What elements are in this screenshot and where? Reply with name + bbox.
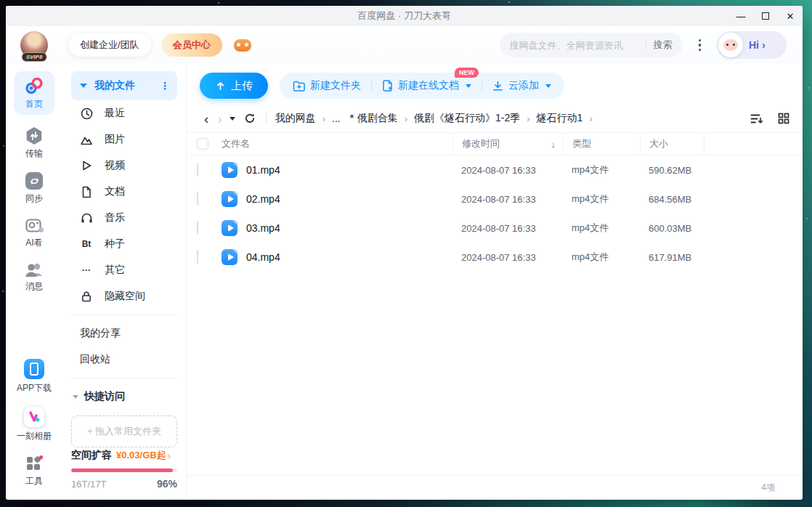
- more-menu-icon[interactable]: [696, 36, 705, 54]
- sidebar-item-my-shares[interactable]: 我的分享: [71, 320, 177, 346]
- user-avatar[interactable]: SVIP8: [20, 31, 48, 59]
- folder-plus-icon: [293, 81, 305, 92]
- storage-expand-link[interactable]: 空间扩容 ¥0.03/GB起 ›: [71, 449, 177, 462]
- maximize-button[interactable]: [753, 6, 778, 26]
- table-row[interactable]: 01.mp4 2024-08-07 16:33 mp4文件 590.62MB: [187, 155, 803, 184]
- search-box: 搜索: [500, 33, 683, 57]
- storage-percent-label: 96%: [157, 478, 177, 490]
- grid-view-button[interactable]: [778, 113, 789, 124]
- select-all-checkbox[interactable]: [197, 138, 208, 150]
- chevron-down-icon: [73, 395, 78, 399]
- breadcrumb-item[interactable]: 我的网盘: [275, 112, 316, 125]
- left-rail: 首页 传输 同步: [6, 64, 62, 500]
- create-team-button[interactable]: 创建企业/团队: [68, 33, 151, 57]
- breadcrumb-item[interactable]: ＊俄剧合集: [347, 112, 398, 125]
- refresh-button[interactable]: [244, 113, 256, 124]
- sidebar-item-other[interactable]: ··· 其它: [71, 257, 177, 283]
- quick-access-toggle[interactable]: 快捷访问: [71, 384, 177, 410]
- rail-item-sync[interactable]: 同步: [25, 172, 43, 205]
- drop-folder-zone[interactable]: + 拖入常用文件夹: [71, 415, 177, 447]
- sidebar-item-documents[interactable]: 文档: [71, 179, 177, 205]
- assistant-hi-button[interactable]: Hi ›: [717, 31, 787, 59]
- messages-icon: [25, 261, 44, 277]
- table-row[interactable]: 04.mp4 2024-08-07 16:33 mp4文件 617.91MB: [187, 243, 803, 272]
- rail-label: 传输: [25, 147, 43, 160]
- row-checkbox[interactable]: [197, 192, 198, 206]
- cloud-add-button[interactable]: 云添加: [492, 79, 551, 92]
- minimize-button[interactable]: —: [728, 6, 753, 26]
- storage-section: 空间扩容 ¥0.03/GB起 › 16T/17T 96%: [71, 449, 177, 490]
- upload-button[interactable]: 上传: [200, 73, 268, 99]
- rail-label: 同步: [25, 192, 43, 205]
- new-online-doc-button[interactable]: NEW 新建在线文档: [382, 79, 471, 92]
- chevron-down-icon: [80, 84, 87, 88]
- rail-item-home[interactable]: 首页: [14, 71, 54, 115]
- vip-center-button[interactable]: 会员中心: [161, 33, 222, 57]
- rail-item-transfer[interactable]: 传输: [25, 127, 43, 160]
- game-icon[interactable]: [234, 39, 251, 52]
- rail-label: 首页: [25, 98, 43, 110]
- search-divider: [646, 40, 646, 51]
- rail-item-photo-album[interactable]: 一刻相册: [17, 407, 52, 442]
- history-dropdown-icon[interactable]: [230, 117, 235, 121]
- rail-item-ai-view[interactable]: AI看: [25, 217, 44, 249]
- sidebar-item-my-files[interactable]: 我的文件 ⋮: [71, 71, 177, 100]
- rail-label: APP下载: [17, 382, 52, 394]
- chevron-down-icon: [545, 84, 551, 88]
- window-title: 百度网盘 · 刀刀大表哥: [6, 9, 803, 23]
- divider: [71, 378, 177, 378]
- row-checkbox[interactable]: [197, 250, 198, 264]
- sidebar-item-pictures[interactable]: 图片: [71, 126, 177, 153]
- column-header-time[interactable]: 修改时间 ↓: [452, 133, 563, 155]
- table-row[interactable]: 03.mp4 2024-08-07 16:33 mp4文件 600.03MB: [187, 214, 803, 243]
- my-files-menu-icon[interactable]: ⋮: [160, 80, 170, 92]
- mascot-icon: [718, 33, 743, 57]
- breadcrumb-item[interactable]: 燧石行动1: [537, 112, 583, 125]
- search-button[interactable]: 搜索: [654, 38, 673, 52]
- rail-item-messages[interactable]: 消息: [25, 261, 44, 293]
- forward-button[interactable]: ›: [213, 112, 226, 126]
- window-controls: — ✕: [728, 6, 803, 26]
- row-checkbox[interactable]: [197, 163, 198, 177]
- headphones-icon: [80, 212, 93, 224]
- list-footer: 4项: [187, 475, 803, 500]
- video-file-icon: [222, 249, 237, 265]
- close-button[interactable]: ✕: [778, 6, 803, 26]
- new-folder-button[interactable]: 新建文件夹: [293, 79, 361, 92]
- breadcrumb-item[interactable]: 俄剧《燧石行动》1-2季: [414, 112, 520, 125]
- clock-icon: [80, 108, 93, 120]
- back-button[interactable]: ‹: [200, 112, 213, 126]
- search-input[interactable]: [510, 40, 638, 51]
- sidebar-item-hidden-space[interactable]: 隐藏空间: [71, 283, 177, 309]
- rail-item-app-download[interactable]: APP下载: [17, 359, 52, 394]
- rail-label: AI看: [25, 237, 42, 249]
- column-header-type[interactable]: 类型: [563, 133, 640, 155]
- tools-icon: [25, 455, 44, 472]
- app-header: SVIP8 创建企业/团队 会员中心 搜索 Hi ›: [6, 26, 803, 64]
- table-row[interactable]: 02.mp4 2024-08-07 16:33 mp4文件 684.56MB: [187, 184, 803, 214]
- sort-button[interactable]: [750, 113, 763, 124]
- breadcrumb-item[interactable]: ...: [332, 113, 341, 124]
- sidebar-item-recent[interactable]: 最近: [71, 100, 177, 126]
- column-header-size[interactable]: 大小: [640, 133, 704, 155]
- sort-desc-icon[interactable]: ↓: [551, 139, 556, 150]
- titlebar: 百度网盘 · 刀刀大表哥 — ✕: [6, 6, 803, 26]
- sidebar-item-videos[interactable]: 视频: [71, 153, 177, 179]
- sidebar-item-music[interactable]: 音乐: [71, 205, 177, 231]
- divider: [371, 81, 372, 92]
- content-area: 上传 新建文件夹 NEW 新建在线文档: [186, 64, 803, 500]
- desktop-wallpaper: 百度网盘 · 刀刀大表哥 — ✕ SVIP8 创建企业/团队 会员中心 搜索: [0, 0, 812, 507]
- item-count: 4项: [761, 482, 775, 494]
- rail-item-tools[interactable]: 工具: [25, 455, 44, 487]
- document-icon: [80, 186, 93, 198]
- sync-icon: [25, 172, 43, 190]
- sidebar-item-recycle-bin[interactable]: 回收站: [71, 346, 177, 373]
- column-header-name[interactable]: 文件名: [222, 133, 452, 155]
- app-download-icon: [24, 359, 44, 379]
- rail-label: 消息: [25, 280, 43, 293]
- breadcrumb: 我的网盘 › ... ＊俄剧合集 › 俄剧《燧石行动》1-2季 › 燧石行动1 …: [275, 112, 593, 125]
- sidebar-item-torrents[interactable]: Bt 种子: [71, 231, 177, 257]
- new-badge: NEW: [455, 68, 479, 78]
- chevron-right-icon: ›: [168, 450, 171, 461]
- row-checkbox[interactable]: [197, 221, 198, 235]
